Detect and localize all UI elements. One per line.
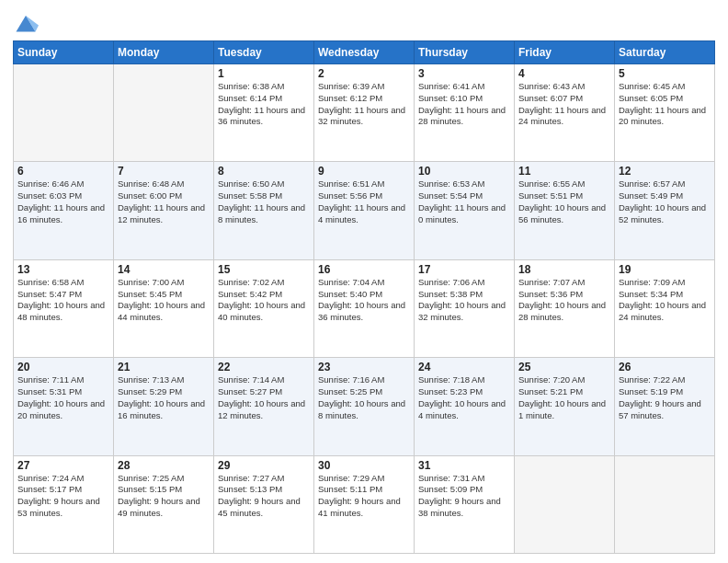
- day-number: 4: [518, 67, 610, 80]
- day-info: Sunrise: 6:55 AM Sunset: 5:51 PM Dayligh…: [518, 178, 610, 225]
- day-number: 2: [318, 67, 410, 80]
- day-info: Sunrise: 6:51 AM Sunset: 5:56 PM Dayligh…: [318, 178, 410, 225]
- calendar-cell: 28Sunrise: 7:25 AM Sunset: 5:15 PM Dayli…: [114, 455, 214, 553]
- day-number: 27: [17, 459, 109, 472]
- calendar-week-row: 20Sunrise: 7:11 AM Sunset: 5:31 PM Dayli…: [14, 358, 715, 455]
- day-info: Sunrise: 7:14 AM Sunset: 5:27 PM Dayligh…: [218, 374, 310, 421]
- calendar-cell: 21Sunrise: 7:13 AM Sunset: 5:29 PM Dayli…: [114, 358, 214, 455]
- calendar-cell: 19Sunrise: 7:09 AM Sunset: 5:34 PM Dayli…: [615, 259, 715, 357]
- day-info: Sunrise: 7:11 AM Sunset: 5:31 PM Dayligh…: [17, 374, 109, 421]
- day-info: Sunrise: 7:07 AM Sunset: 5:36 PM Dayligh…: [518, 277, 610, 324]
- calendar-cell: 24Sunrise: 7:18 AM Sunset: 5:23 PM Dayli…: [415, 358, 515, 455]
- calendar-cell: [515, 455, 615, 553]
- day-info: Sunrise: 6:43 AM Sunset: 6:07 PM Dayligh…: [518, 81, 610, 128]
- calendar-cell: 4Sunrise: 6:43 AM Sunset: 6:07 PM Daylig…: [515, 64, 615, 162]
- day-info: Sunrise: 7:06 AM Sunset: 5:38 PM Dayligh…: [418, 277, 510, 324]
- day-number: 18: [518, 263, 610, 276]
- day-number: 19: [619, 263, 711, 276]
- day-info: Sunrise: 7:22 AM Sunset: 5:19 PM Dayligh…: [619, 374, 711, 421]
- calendar-cell: 23Sunrise: 7:16 AM Sunset: 5:25 PM Dayli…: [314, 358, 415, 455]
- day-number: 26: [619, 361, 711, 373]
- day-info: Sunrise: 6:57 AM Sunset: 5:49 PM Dayligh…: [619, 178, 711, 225]
- day-info: Sunrise: 7:13 AM Sunset: 5:29 PM Dayligh…: [118, 374, 210, 421]
- calendar-cell: 8Sunrise: 6:50 AM Sunset: 5:58 PM Daylig…: [214, 162, 314, 259]
- day-info: Sunrise: 7:31 AM Sunset: 5:09 PM Dayligh…: [418, 473, 510, 520]
- day-number: 9: [318, 165, 410, 178]
- calendar-cell: 15Sunrise: 7:02 AM Sunset: 5:42 PM Dayli…: [214, 259, 314, 357]
- calendar-cell: 26Sunrise: 7:22 AM Sunset: 5:19 PM Dayli…: [615, 358, 715, 455]
- col-header-monday: Monday: [114, 41, 214, 64]
- day-info: Sunrise: 7:09 AM Sunset: 5:34 PM Dayligh…: [619, 277, 711, 324]
- day-info: Sunrise: 7:16 AM Sunset: 5:25 PM Dayligh…: [318, 374, 410, 421]
- col-header-sunday: Sunday: [14, 41, 114, 64]
- calendar-cell: 16Sunrise: 7:04 AM Sunset: 5:40 PM Dayli…: [314, 259, 415, 357]
- day-info: Sunrise: 6:39 AM Sunset: 6:12 PM Dayligh…: [318, 81, 410, 128]
- day-number: 23: [318, 361, 410, 373]
- logo: [13, 9, 42, 35]
- calendar-cell: 13Sunrise: 6:58 AM Sunset: 5:47 PM Dayli…: [14, 259, 114, 357]
- logo-icon: [13, 9, 39, 35]
- day-info: Sunrise: 6:58 AM Sunset: 5:47 PM Dayligh…: [17, 277, 109, 324]
- day-number: 7: [118, 165, 210, 178]
- day-number: 8: [218, 165, 310, 178]
- calendar-cell: 10Sunrise: 6:53 AM Sunset: 5:54 PM Dayli…: [415, 162, 515, 259]
- col-header-saturday: Saturday: [615, 41, 715, 64]
- col-header-tuesday: Tuesday: [214, 41, 314, 64]
- calendar-cell: 31Sunrise: 7:31 AM Sunset: 5:09 PM Dayli…: [415, 455, 515, 553]
- calendar-week-row: 13Sunrise: 6:58 AM Sunset: 5:47 PM Dayli…: [14, 259, 715, 357]
- calendar-cell: 22Sunrise: 7:14 AM Sunset: 5:27 PM Dayli…: [214, 358, 314, 455]
- day-number: 29: [218, 459, 310, 472]
- day-info: Sunrise: 6:48 AM Sunset: 6:00 PM Dayligh…: [118, 178, 210, 225]
- day-number: 14: [118, 263, 210, 276]
- calendar-cell: [14, 64, 114, 162]
- page: SundayMondayTuesdayWednesdayThursdayFrid…: [0, 0, 728, 563]
- day-number: 5: [619, 67, 711, 80]
- day-number: 6: [17, 165, 109, 178]
- calendar-header-row: SundayMondayTuesdayWednesdayThursdayFrid…: [14, 41, 715, 64]
- calendar-cell: 1Sunrise: 6:38 AM Sunset: 6:14 PM Daylig…: [214, 64, 314, 162]
- day-info: Sunrise: 7:29 AM Sunset: 5:11 PM Dayligh…: [318, 473, 410, 520]
- calendar-cell: 27Sunrise: 7:24 AM Sunset: 5:17 PM Dayli…: [14, 455, 114, 553]
- day-number: 17: [418, 263, 510, 276]
- day-number: 30: [318, 459, 410, 472]
- day-number: 12: [619, 165, 711, 178]
- day-number: 15: [218, 263, 310, 276]
- day-number: 25: [518, 361, 610, 373]
- header: [13, 9, 715, 35]
- calendar-cell: 5Sunrise: 6:45 AM Sunset: 6:05 PM Daylig…: [615, 64, 715, 162]
- day-number: 28: [118, 459, 210, 472]
- day-info: Sunrise: 6:38 AM Sunset: 6:14 PM Dayligh…: [218, 81, 310, 128]
- calendar-cell: [615, 455, 715, 553]
- col-header-thursday: Thursday: [415, 41, 515, 64]
- day-number: 3: [418, 67, 510, 80]
- day-number: 24: [418, 361, 510, 373]
- day-number: 16: [318, 263, 410, 276]
- day-info: Sunrise: 6:53 AM Sunset: 5:54 PM Dayligh…: [418, 178, 510, 225]
- calendar-cell: 30Sunrise: 7:29 AM Sunset: 5:11 PM Dayli…: [314, 455, 415, 553]
- calendar-cell: 3Sunrise: 6:41 AM Sunset: 6:10 PM Daylig…: [415, 64, 515, 162]
- calendar-cell: 12Sunrise: 6:57 AM Sunset: 5:49 PM Dayli…: [615, 162, 715, 259]
- day-info: Sunrise: 7:25 AM Sunset: 5:15 PM Dayligh…: [118, 473, 210, 520]
- day-info: Sunrise: 7:27 AM Sunset: 5:13 PM Dayligh…: [218, 473, 310, 520]
- calendar-week-row: 27Sunrise: 7:24 AM Sunset: 5:17 PM Dayli…: [14, 455, 715, 553]
- day-number: 11: [518, 165, 610, 178]
- day-number: 13: [17, 263, 109, 276]
- day-info: Sunrise: 6:46 AM Sunset: 6:03 PM Dayligh…: [17, 178, 109, 225]
- col-header-friday: Friday: [515, 41, 615, 64]
- calendar-cell: 17Sunrise: 7:06 AM Sunset: 5:38 PM Dayli…: [415, 259, 515, 357]
- calendar-cell: [114, 64, 214, 162]
- day-info: Sunrise: 7:04 AM Sunset: 5:40 PM Dayligh…: [318, 277, 410, 324]
- calendar-cell: 2Sunrise: 6:39 AM Sunset: 6:12 PM Daylig…: [314, 64, 415, 162]
- day-number: 22: [218, 361, 310, 373]
- day-number: 31: [418, 459, 510, 472]
- day-info: Sunrise: 6:45 AM Sunset: 6:05 PM Dayligh…: [619, 81, 711, 128]
- day-number: 20: [17, 361, 109, 373]
- calendar-cell: 18Sunrise: 7:07 AM Sunset: 5:36 PM Dayli…: [515, 259, 615, 357]
- day-info: Sunrise: 7:18 AM Sunset: 5:23 PM Dayligh…: [418, 374, 510, 421]
- calendar-cell: 14Sunrise: 7:00 AM Sunset: 5:45 PM Dayli…: [114, 259, 214, 357]
- day-number: 10: [418, 165, 510, 178]
- calendar-cell: 7Sunrise: 6:48 AM Sunset: 6:00 PM Daylig…: [114, 162, 214, 259]
- day-info: Sunrise: 6:41 AM Sunset: 6:10 PM Dayligh…: [418, 81, 510, 128]
- calendar-cell: 6Sunrise: 6:46 AM Sunset: 6:03 PM Daylig…: [14, 162, 114, 259]
- calendar-week-row: 6Sunrise: 6:46 AM Sunset: 6:03 PM Daylig…: [14, 162, 715, 259]
